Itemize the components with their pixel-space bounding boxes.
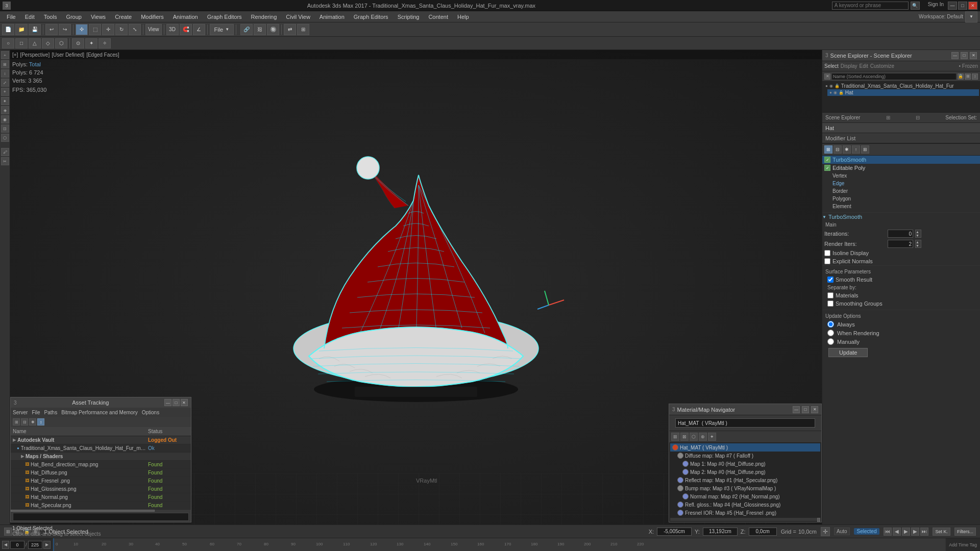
close-btn[interactable]: ✕ [968,2,977,10]
tab-customize[interactable]: Customize [870,63,894,69]
asset-row-vault[interactable]: ▶ Autodesk Vault Logged Out [11,436,191,444]
mod-editable-poly[interactable]: ✓ Editable Poly [822,164,980,172]
vp-user-defined[interactable]: [User Defined] [52,52,84,58]
subobj-vertex[interactable]: Vertex [828,172,980,180]
mat-item-map2[interactable]: Map 2: Map #0 (Hat_Diffuse.png) [670,468,820,476]
open-btn[interactable]: 📁 [15,24,28,35]
scale-btn[interactable]: ⤡ [129,24,141,35]
search-btn[interactable]: 🔍 [911,2,920,10]
mat-tool1[interactable]: ⊞ [671,433,679,441]
left-icon-10[interactable]: ⬡ [1,134,9,142]
save-btn[interactable]: 💾 [29,24,41,35]
bind-btn[interactable]: 🔘 [267,24,279,35]
tab-edit[interactable]: Edit [860,63,868,69]
menu-views[interactable]: Views [87,13,110,21]
menu-edit[interactable]: Edit [21,13,39,21]
left-icon-11[interactable]: 🖊 [1,148,9,156]
obj-type3[interactable]: △ [29,38,41,48]
menu-rendering[interactable]: Rendering [247,13,281,21]
vis-btn2[interactable]: ✦ [85,38,97,48]
filters-btn[interactable]: Filters... [954,528,976,536]
next-frame-btn[interactable]: ▶ [911,528,919,536]
left-icon-3[interactable]: ↕ [1,69,9,78]
left-icon-6[interactable]: ✦ [1,97,9,105]
subobj-border[interactable]: Border [828,187,980,195]
menu-modifiers[interactable]: Modifiers [137,13,168,21]
play-btn[interactable]: ▶ [902,528,910,536]
asset-tool4[interactable]: ↕ [37,418,44,425]
mat-item-root[interactable]: Hat_MAT ( VRayMtl ) [670,443,820,452]
menu-tools[interactable]: Tools [40,13,61,21]
render-iters-input[interactable] [888,240,913,248]
isoline-checkbox[interactable] [824,250,830,256]
crosshair-btn[interactable]: ✛ [821,527,830,536]
se-minimize-btn[interactable]: — [951,52,959,59]
vp-plus[interactable]: [+] [12,52,18,58]
asset-path-input[interactable] [13,513,189,521]
se-restore-btn[interactable]: □ [961,52,968,59]
redo-btn[interactable]: ↪ [59,24,71,35]
menu-group[interactable]: Group [62,13,86,21]
when-rendering-radio[interactable] [827,330,834,336]
frame-input[interactable] [10,541,24,549]
subobj-element[interactable]: Element [828,203,980,210]
asset-row-specular[interactable]: 🖼 Hat_Specular.png Found [11,502,191,510]
asset-row-normal[interactable]: 🖼 Hat_Normal.png Found [11,493,191,502]
undo-btn[interactable]: ↩ [45,24,58,35]
mat-min-btn[interactable]: — [793,406,800,413]
mat-name-input[interactable] [675,418,815,428]
mod-tool2[interactable]: ⊟ [834,145,842,154]
se-close2[interactable]: ✕ [824,73,830,80]
menu-scripting[interactable]: Scripting [394,13,424,21]
iterations-input[interactable] [888,230,913,238]
vp-perspective[interactable]: [Perspective] [20,52,50,58]
mat-tool3[interactable]: ⬡ [690,433,698,441]
menu-help[interactable]: Help [453,13,473,21]
menu-file[interactable]: File [3,13,20,21]
tab-select[interactable]: Select [824,63,839,69]
sb-icon1[interactable]: ⊞ [4,528,12,536]
search-input[interactable] [832,2,909,10]
frame-next-btn[interactable]: ▶ [43,541,51,549]
tab-display[interactable]: Display [841,63,857,69]
tree-row-hat[interactable]: ● ◉ 🔒 Hat [827,89,979,96]
left-icon-9[interactable]: ⊡ [1,124,9,133]
mirror-btn[interactable]: ⇄ [284,24,296,35]
asset-tool2[interactable]: ⊟ [21,418,28,425]
prev-key-btn[interactable]: ⏮ [884,528,892,536]
maximize-btn[interactable]: □ [958,2,967,10]
mat-item-map1[interactable]: Map 1: Map #0 (Hat_Diffuse.png) [670,460,820,468]
always-radio[interactable] [827,321,834,328]
menu-graph-editors[interactable]: Graph Editors [203,13,246,21]
asset-close-btn[interactable]: ✕ [181,399,188,406]
smoothing-groups-checkbox[interactable] [827,300,834,307]
obj-type2[interactable]: □ [15,38,28,48]
asset-menu-server[interactable]: Server [13,410,28,415]
prev-frame-btn[interactable]: ◀ [893,528,901,536]
obj-type5[interactable]: ⬡ [55,38,67,48]
asset-menu-bitmap[interactable]: Bitmap Performance and Memory [61,410,138,415]
angle-snap[interactable]: ∠ [193,24,205,35]
asset-row-fresnel[interactable]: 🖼 Hat_Fresnel .png Found [11,477,191,485]
frame-prev-btn[interactable]: ◀ [2,541,9,549]
x-input[interactable] [657,528,692,536]
snap-3d[interactable]: 3D [166,24,179,35]
asset-menu-file[interactable]: File [32,410,40,415]
left-icon-7[interactable]: ◈ [1,106,9,114]
obj-type4[interactable]: ◇ [42,38,54,48]
mat-restore-btn[interactable]: □ [802,406,809,413]
subobj-polygon[interactable]: Polygon [828,195,980,203]
asset-row-glossiness[interactable]: 🖼 Hat_Glossiness.png Found [11,485,191,493]
asset-row-max[interactable]: ● Traditional_Xmas_Santa_Claus_Holiday_H… [11,444,191,453]
left-icon-1[interactable]: + [1,51,9,59]
z-input[interactable] [749,528,777,536]
workspace-dropdown[interactable]: ▼ [965,11,977,22]
menu-graph-editors2[interactable]: Graph Editors [350,13,393,21]
update-btn[interactable]: Update [828,348,868,357]
set-key-btn[interactable]: Set K. [933,528,950,536]
mat-scrollbar[interactable] [817,518,820,522]
mat-item-bump[interactable]: Bump map: Map #3 ( VRayNormalMap ) [670,484,820,492]
mat-item-normal[interactable]: Normal map: Map #2 (Hat_Normal.png) [670,492,820,500]
new-btn[interactable]: 📄 [2,24,14,35]
obj-type1[interactable]: ○ [2,38,14,48]
